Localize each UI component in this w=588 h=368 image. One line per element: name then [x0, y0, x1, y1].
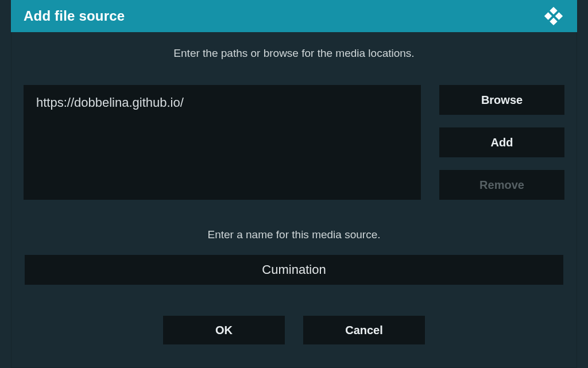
- svg-rect-1: [555, 12, 563, 20]
- svg-rect-3: [550, 18, 557, 25]
- source-name-input[interactable]: Cumination: [25, 255, 563, 285]
- name-instruction: Enter a name for this media source.: [24, 228, 564, 241]
- kodi-logo-icon: [543, 5, 564, 27]
- add-button[interactable]: Add: [439, 127, 564, 157]
- paths-instruction: Enter the paths or browse for the media …: [24, 47, 564, 60]
- paths-list[interactable]: https://dobbelina.github.io/: [24, 85, 421, 200]
- path-entry[interactable]: https://dobbelina.github.io/: [36, 95, 408, 110]
- cancel-button[interactable]: Cancel: [303, 316, 425, 344]
- footer-buttons: OK Cancel: [24, 316, 564, 344]
- add-file-source-dialog: Add file source Enter the paths or brows…: [11, 0, 577, 368]
- ok-button[interactable]: OK: [163, 316, 285, 344]
- svg-rect-2: [544, 12, 552, 20]
- paths-row: https://dobbelina.github.io/ Browse Add …: [24, 85, 564, 200]
- dialog-body: Enter the paths or browse for the media …: [11, 32, 577, 344]
- remove-button: Remove: [439, 170, 564, 200]
- titlebar: Add file source: [11, 0, 577, 32]
- svg-rect-0: [550, 7, 557, 14]
- dialog-title: Add file source: [24, 8, 125, 24]
- browse-button[interactable]: Browse: [439, 85, 564, 115]
- side-buttons: Browse Add Remove: [439, 85, 564, 200]
